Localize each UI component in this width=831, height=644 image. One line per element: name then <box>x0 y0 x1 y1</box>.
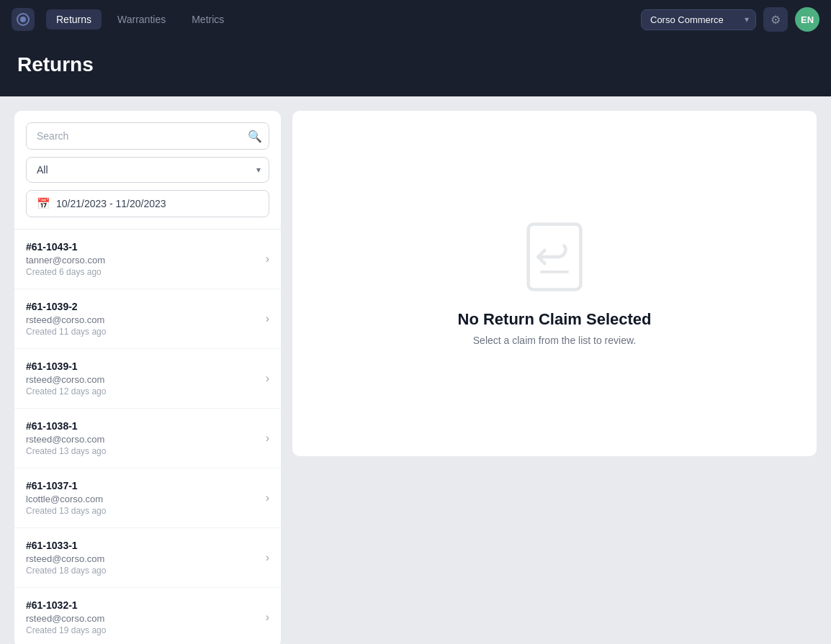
claim-id: #61-1039-1 <box>26 360 260 372</box>
claim-id: #61-1039-2 <box>26 301 260 312</box>
claim-date: Created 13 days ago <box>26 506 260 516</box>
logo-mark <box>17 13 30 26</box>
status-filter-select[interactable]: All <box>26 157 269 183</box>
empty-icon <box>522 221 587 293</box>
date-range-picker[interactable]: 📅 10/21/2023 - 11/20/2023 <box>26 190 269 217</box>
nav-item-warranties[interactable]: Warranties <box>107 9 176 30</box>
nav-item-returns[interactable]: Returns <box>46 9 102 30</box>
right-panel: No Return Claim Selected Select a claim … <box>292 111 817 456</box>
claim-item[interactable]: #61-1039-2 rsteed@corso.com Created 11 d… <box>14 289 281 349</box>
store-select-wrap: Corso Commerce <box>641 9 756 30</box>
avatar[interactable]: EN <box>795 7 819 32</box>
claim-email: rsteed@corso.com <box>26 613 260 624</box>
claim-id: #61-1032-1 <box>26 599 260 611</box>
claim-item-info: #61-1043-1 tanner@corso.com Created 6 da… <box>26 241 260 277</box>
search-icon: 🔍 <box>248 130 262 142</box>
page-header: Returns <box>0 39 831 96</box>
date-range-label: 10/21/2023 - 11/20/2023 <box>56 198 166 209</box>
claim-email: rsteed@corso.com <box>26 374 260 385</box>
settings-button[interactable]: ⚙ <box>763 7 788 32</box>
search-input[interactable] <box>26 122 269 150</box>
search-button[interactable]: 🔍 <box>248 130 262 143</box>
claim-date: Created 18 days ago <box>26 566 260 576</box>
claim-email: rsteed@corso.com <box>26 553 260 564</box>
claim-email: lcottle@corso.com <box>26 494 260 504</box>
chevron-right-icon: › <box>266 491 269 504</box>
claim-item[interactable]: #61-1033-1 rsteed@corso.com Created 18 d… <box>14 528 281 588</box>
page-title: Returns <box>17 53 814 76</box>
claim-list: #61-1043-1 tanner@corso.com Created 6 da… <box>14 230 281 644</box>
claim-date: Created 13 days ago <box>26 446 260 456</box>
navbar: Returns Warranties Metrics Corso Commerc… <box>0 0 831 39</box>
claim-item[interactable]: #61-1038-1 rsteed@corso.com Created 13 d… <box>14 409 281 468</box>
search-wrap: 🔍 <box>26 122 269 150</box>
claim-item-info: #61-1032-1 rsteed@corso.com Created 19 d… <box>26 599 260 635</box>
claim-email: rsteed@corso.com <box>26 314 260 325</box>
claim-item[interactable]: #61-1043-1 tanner@corso.com Created 6 da… <box>14 230 281 289</box>
claim-email: tanner@corso.com <box>26 255 260 266</box>
nav-item-metrics[interactable]: Metrics <box>181 9 234 30</box>
claim-item-info: #61-1039-2 rsteed@corso.com Created 11 d… <box>26 301 260 337</box>
claim-id: #61-1043-1 <box>26 241 260 253</box>
claim-item-info: #61-1033-1 rsteed@corso.com Created 18 d… <box>26 540 260 576</box>
left-panel: 🔍 All 📅 10/21/2023 - 11/20/2023 #61-1043… <box>14 111 281 644</box>
claim-date: Created 19 days ago <box>26 625 260 635</box>
empty-state-title: No Return Claim Selected <box>458 310 652 329</box>
chevron-right-icon: › <box>266 253 269 266</box>
claim-date: Created 12 days ago <box>26 386 260 396</box>
empty-state-subtitle: Select a claim from the list to review. <box>458 335 652 346</box>
chevron-right-icon: › <box>266 611 269 624</box>
store-select[interactable]: Corso Commerce <box>641 9 756 30</box>
empty-state: No Return Claim Selected Select a claim … <box>429 192 680 375</box>
gear-icon: ⚙ <box>771 13 781 27</box>
claim-item[interactable]: #61-1037-1 lcottle@corso.com Created 13 … <box>14 468 281 528</box>
status-filter-wrap: All <box>26 157 269 183</box>
claim-item-info: #61-1039-1 rsteed@corso.com Created 12 d… <box>26 360 260 396</box>
claim-item-info: #61-1038-1 rsteed@corso.com Created 13 d… <box>26 420 260 456</box>
claim-id: #61-1037-1 <box>26 480 260 491</box>
return-receipt-icon <box>522 221 587 293</box>
claim-id: #61-1038-1 <box>26 420 260 432</box>
chevron-right-icon: › <box>266 372 269 385</box>
claim-item[interactable]: #61-1039-1 rsteed@corso.com Created 12 d… <box>14 349 281 409</box>
calendar-icon: 📅 <box>37 197 50 210</box>
chevron-right-icon: › <box>266 551 269 564</box>
filter-section: 🔍 All 📅 10/21/2023 - 11/20/2023 <box>14 111 281 230</box>
main-content: 🔍 All 📅 10/21/2023 - 11/20/2023 #61-1043… <box>0 96 831 644</box>
chevron-right-icon: › <box>266 312 269 325</box>
claim-date: Created 11 days ago <box>26 327 260 337</box>
logo[interactable] <box>12 8 35 31</box>
claim-email: rsteed@corso.com <box>26 434 260 445</box>
claim-item-info: #61-1037-1 lcottle@corso.com Created 13 … <box>26 480 260 516</box>
claim-id: #61-1033-1 <box>26 540 260 551</box>
claim-date: Created 6 days ago <box>26 267 260 277</box>
navbar-right: Corso Commerce ⚙ EN <box>641 7 819 32</box>
chevron-right-icon: › <box>266 432 269 445</box>
claim-item[interactable]: #61-1032-1 rsteed@corso.com Created 19 d… <box>14 588 281 644</box>
